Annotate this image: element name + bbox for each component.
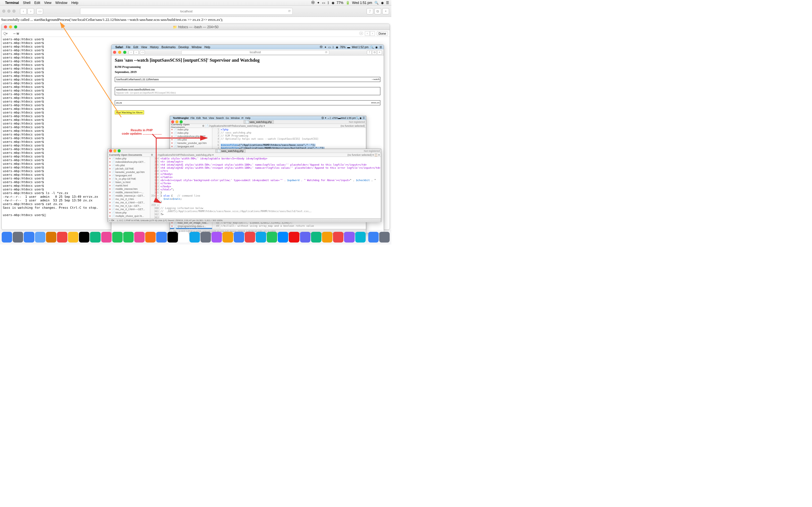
forward-button[interactable]: › bbox=[28, 8, 34, 14]
dock-app10[interactable] bbox=[311, 232, 321, 242]
file-item[interactable]: ⊗📄 mo_me_rt_t.html----GET... bbox=[108, 201, 150, 204]
tw2-code[interactable]: <table style='width:90%;' id=mylogtable … bbox=[160, 157, 381, 218]
file-item[interactable]: ⊗📄 listen_to.html bbox=[108, 180, 150, 184]
zoom-icon[interactable] bbox=[117, 149, 121, 152]
bluetooth-icon[interactable]: ᛒ bbox=[327, 1, 329, 5]
tabs-button[interactable]: ⧉ bbox=[374, 8, 381, 14]
log-input[interactable] bbox=[116, 101, 248, 105]
tw2-tab[interactable]: 📄 sass_watchdog.php bbox=[215, 149, 246, 153]
dock-app1[interactable] bbox=[211, 232, 222, 242]
puzzle-icon[interactable]: ✦ bbox=[324, 46, 326, 49]
files-input[interactable] bbox=[116, 88, 379, 91]
display-icon[interactable]: ▭ bbox=[322, 1, 325, 5]
file-item[interactable]: ⊗📄 karaoke_youtube_api.htm bbox=[108, 170, 150, 174]
sass-path-input[interactable] bbox=[116, 78, 379, 81]
menu-edit[interactable]: Edit bbox=[196, 117, 201, 119]
menu-shell[interactable]: Shell bbox=[23, 1, 31, 5]
dock-appstore[interactable] bbox=[156, 232, 167, 242]
file-item[interactable]: ⊗📄 middle_interest.js---GET... bbox=[108, 194, 150, 198]
close-icon[interactable] bbox=[113, 51, 116, 54]
menu-view[interactable]: View bbox=[44, 1, 52, 5]
tw1-code[interactable]: <?php // sass_watchdog.php // RJM Progra… bbox=[220, 128, 366, 149]
file-item[interactable]: ⊗📄 lc_cc.php-GETME bbox=[108, 177, 150, 180]
file-item[interactable]: ⊗📄 sass_watchdog.php bbox=[170, 228, 212, 229]
puzzle-icon[interactable]: ✦ bbox=[317, 1, 320, 5]
dock-messages[interactable] bbox=[112, 232, 123, 242]
dock-safari[interactable] bbox=[24, 232, 34, 242]
menu-window[interactable]: Window bbox=[55, 1, 67, 5]
dock-app11[interactable] bbox=[322, 232, 333, 242]
bluetooth-icon[interactable]: ᛒ bbox=[333, 46, 334, 49]
menu-help[interactable]: Help bbox=[71, 1, 79, 5]
back-button[interactable]: ‹ bbox=[129, 50, 134, 55]
malware-icon[interactable]: Ⓜ bbox=[320, 45, 322, 49]
dock-app12[interactable] bbox=[333, 232, 343, 242]
dock-app6[interactable] bbox=[267, 232, 277, 242]
spotlight-icon[interactable]: 🔍 bbox=[370, 46, 373, 49]
menu-file[interactable]: File bbox=[126, 46, 131, 49]
next-match[interactable]: › bbox=[370, 31, 375, 36]
func-selector[interactable]: (no function selected) bbox=[341, 124, 365, 127]
file-item[interactable]: ⊗📄 indexslideshow.php-GET... bbox=[108, 160, 150, 164]
spotlight-icon[interactable]: 🔍 bbox=[374, 1, 378, 5]
minimize-icon[interactable] bbox=[113, 149, 116, 152]
dock-contacts[interactable] bbox=[46, 232, 56, 242]
file-item[interactable]: ⊗📄 rjmprogramming-data-u... bbox=[170, 224, 212, 228]
menu-text[interactable]: Text bbox=[202, 117, 207, 119]
menu-icon[interactable]: ☰ bbox=[386, 1, 389, 5]
menu-help[interactable]: Help bbox=[245, 117, 251, 119]
file-item[interactable]: ⊗📄 languages.xml bbox=[108, 174, 150, 177]
file-item[interactable]: ⊗📄 index.php bbox=[170, 131, 212, 135]
file-item[interactable]: ⊗📄 mo_me_rt_t.htm bbox=[108, 198, 150, 201]
reload-icon[interactable]: ⟳ bbox=[288, 9, 291, 13]
zoom-icon[interactable] bbox=[12, 10, 15, 13]
dock-mail[interactable] bbox=[35, 232, 45, 242]
dock-app7[interactable] bbox=[278, 232, 288, 242]
menu-window[interactable]: Window bbox=[231, 117, 240, 119]
dock-itunes[interactable] bbox=[134, 232, 145, 242]
file-item[interactable]: ⊗📄 info.plist bbox=[108, 164, 150, 167]
dock-textedit[interactable] bbox=[179, 232, 189, 242]
dock-settings[interactable] bbox=[200, 232, 211, 242]
sidebar-button[interactable]: ▭ bbox=[36, 8, 43, 14]
share-button[interactable]: ⤴ bbox=[366, 8, 373, 14]
menu-icon[interactable]: ☰ bbox=[379, 46, 382, 49]
reload-icon[interactable]: ⟳ bbox=[325, 51, 327, 54]
dock-preview[interactable] bbox=[190, 232, 200, 242]
file-item[interactable]: ⊗📄 mo_me_rt_t.html----GET... bbox=[108, 208, 150, 211]
wifi-icon[interactable]: ◉ bbox=[336, 46, 338, 49]
menu-view[interactable]: View bbox=[141, 46, 147, 49]
dock-reminders[interactable] bbox=[79, 232, 89, 242]
menu-file[interactable]: File bbox=[191, 117, 195, 119]
zoom-icon[interactable] bbox=[123, 51, 126, 54]
done-button[interactable]: Done bbox=[377, 31, 388, 36]
menu-help[interactable]: Help bbox=[204, 46, 210, 49]
file-item[interactable]: ⊗📄 middle_interest.html----... bbox=[108, 191, 150, 194]
menu-go[interactable]: Go bbox=[225, 117, 229, 119]
tw1b-code[interactable]: //array_map($kill, $10068,$20012,$19962,… bbox=[220, 221, 366, 229]
file-item[interactable]: ⊗📄 job.ksh_GETME bbox=[108, 167, 150, 170]
menu-history[interactable]: History bbox=[150, 46, 159, 49]
wifi-icon[interactable]: ◉ bbox=[332, 1, 335, 5]
menu-develop[interactable]: Develop bbox=[179, 46, 189, 49]
file-item[interactable]: ⊗📄 info.plist bbox=[170, 138, 212, 142]
file-item[interactable]: ⊗📄 index.php bbox=[108, 157, 150, 160]
dock-calendar[interactable] bbox=[57, 232, 67, 242]
menu-edit[interactable]: Edit bbox=[35, 1, 40, 5]
menu-bookmarks[interactable]: Bookmarks bbox=[161, 46, 175, 49]
dock-finder[interactable] bbox=[2, 232, 12, 242]
inner-app[interactable]: Safari bbox=[115, 46, 123, 49]
malware-icon[interactable]: Ⓜ bbox=[311, 0, 315, 5]
menu-search[interactable]: Search bbox=[216, 117, 224, 119]
back-button[interactable]: ‹ bbox=[20, 8, 27, 14]
menu-window[interactable]: Window bbox=[192, 46, 202, 49]
dock-folder[interactable] bbox=[368, 232, 378, 242]
file-item[interactable]: ⊗📄 karaoke_youtube_api.htm bbox=[170, 142, 212, 145]
file-item[interactable]: ⊗📄 Move.php bbox=[108, 211, 150, 214]
new-tab-button[interactable]: + bbox=[377, 50, 382, 55]
dock-app4[interactable] bbox=[245, 232, 255, 242]
file-item[interactable]: ⊗📄 languages.xml bbox=[170, 145, 212, 148]
dock-app2[interactable] bbox=[222, 232, 233, 242]
search-input[interactable] bbox=[9, 32, 359, 36]
minimize-icon[interactable] bbox=[7, 10, 10, 13]
